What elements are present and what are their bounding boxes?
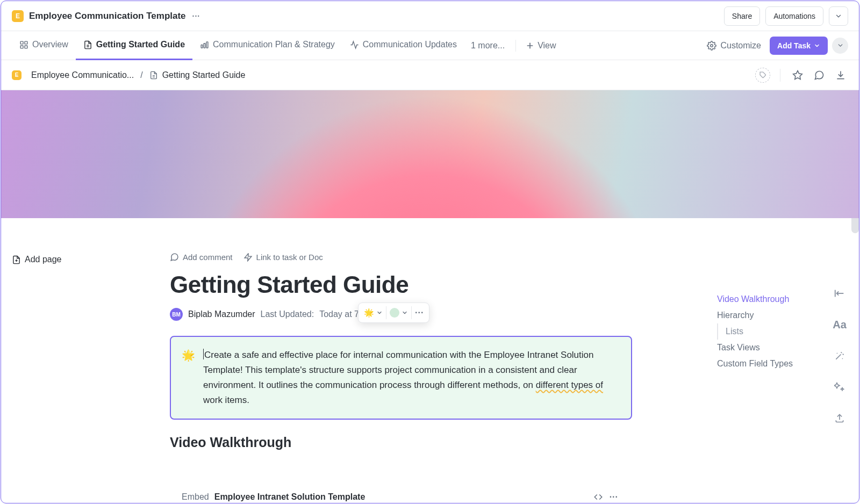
star-icon (792, 70, 803, 81)
svg-rect-3 (25, 45, 27, 48)
outline-item-custom-fields[interactable]: Custom Field Types (717, 356, 841, 372)
space-title[interactable]: Employee Communication Template (29, 11, 186, 21)
add-task-label: Add Task (777, 41, 811, 50)
block-toolbar: 🌟 ··· (358, 303, 429, 323)
space-icon: E (12, 10, 24, 22)
tab-comm-plan[interactable]: Communication Plan & Strategy (192, 31, 342, 60)
add-comment-button[interactable]: Add comment (170, 253, 233, 262)
svg-marker-15 (793, 70, 802, 79)
page-title[interactable]: Getting Started Guide (170, 271, 632, 298)
embed-title: Employee Intranet Solution Template (214, 492, 366, 502)
views-tabs: Overview Getting Started Guide Communica… (1, 31, 859, 60)
add-view-label: View (538, 41, 556, 51)
embed-label: Embed (182, 492, 209, 502)
svg-rect-6 (201, 45, 203, 48)
tab-label: Overview (32, 40, 68, 49)
chevron-down-icon (814, 42, 820, 49)
arrow-collapse-icon (834, 287, 845, 299)
space-icon: E (12, 70, 22, 80)
color-swatch-icon (390, 308, 399, 318)
customize-button[interactable]: Customize (703, 41, 765, 51)
outline-item-task-views[interactable]: Task Views (717, 340, 841, 356)
more-icon: ··· (415, 308, 424, 318)
tab-label: Communication Plan & Strategy (213, 40, 335, 49)
comment-icon (814, 70, 825, 81)
download-button[interactable] (833, 68, 848, 83)
add-comment-label: Add comment (183, 253, 233, 262)
svg-rect-2 (20, 45, 23, 48)
svg-rect-1 (25, 41, 27, 44)
favorite-button[interactable] (790, 68, 805, 83)
link-task-label: Link to task or Doc (256, 253, 323, 262)
space-more-icon[interactable]: ··· (192, 12, 200, 20)
breadcrumb: E Employee Communicatio... / Getting Sta… (1, 60, 859, 90)
callout-emoji[interactable]: 🌟 (182, 347, 195, 364)
divider (515, 40, 516, 52)
tag-icon (759, 71, 766, 78)
comment-icon (170, 253, 179, 262)
last-updated-prefix: Last Updated: (261, 309, 314, 319)
tab-overview[interactable]: Overview (12, 31, 76, 60)
automations-button[interactable]: Automations (765, 6, 823, 26)
ai-button[interactable] (832, 348, 847, 363)
embed-more-icon[interactable]: ··· (610, 492, 618, 502)
breadcrumb-current-label: Getting Started Guide (162, 70, 246, 80)
sparkle-icon: 🌟 (364, 308, 374, 318)
callout-text-end: work items. (203, 395, 249, 405)
embed-block[interactable]: Embed Employee Intranet Solution Templat… (170, 492, 632, 502)
customize-label: Customize (720, 41, 761, 51)
add-tag-button[interactable] (755, 68, 770, 83)
divider (780, 69, 780, 82)
tab-comm-updates[interactable]: Communication Updates (342, 31, 464, 60)
avatar[interactable]: BM (170, 308, 183, 321)
callout-text: Create a safe and effective place for in… (203, 350, 593, 390)
upload-icon (834, 413, 845, 423)
section-heading-video[interactable]: Video Walkthrough (170, 435, 632, 450)
author-name[interactable]: Biplab Mazumder (188, 309, 255, 319)
link-task-button[interactable]: Link to task or Doc (243, 253, 323, 262)
tabs-more[interactable]: 1 more... (464, 41, 511, 51)
header-chevron-button[interactable] (829, 6, 848, 26)
breadcrumb-current[interactable]: Getting Started Guide (149, 70, 246, 80)
chevron-down-icon (402, 309, 408, 316)
byline: BM Biplab Mazumder Last Updated: Today a… (170, 308, 632, 321)
expand-icon[interactable] (593, 492, 603, 502)
add-page-button[interactable]: Add page (12, 255, 62, 264)
wand-icon (834, 350, 845, 361)
collapse-outline-button[interactable] (832, 286, 847, 301)
doc-icon (149, 71, 158, 80)
block-emoji-picker[interactable]: 🌟 (361, 303, 386, 322)
breadcrumb-root[interactable]: E Employee Communicatio... (12, 70, 134, 80)
block-color-picker[interactable] (386, 303, 411, 322)
add-view-button[interactable]: View (520, 41, 561, 51)
add-task-button[interactable]: Add Task (770, 37, 828, 55)
block-more-button[interactable]: ··· (412, 303, 427, 322)
top-bar: E Employee Communication Template ··· Sh… (1, 1, 859, 31)
chart-icon (200, 40, 209, 49)
svg-rect-0 (20, 41, 23, 44)
task-options-button[interactable] (832, 38, 848, 54)
plus-icon (526, 41, 534, 50)
typography-button[interactable]: Aa (832, 317, 847, 332)
callout-block[interactable]: 🌟 Create a safe and effective place for … (170, 336, 632, 420)
outline-item-hierarchy[interactable]: Hierarchy (717, 307, 841, 323)
content-area: Add page Add comment Link to task or Doc… (1, 218, 859, 503)
export-button[interactable] (832, 411, 847, 426)
outline: Video Walkthrough Hierarchy Lists Task V… (717, 291, 841, 372)
add-page-label: Add page (25, 255, 62, 264)
tab-getting-started[interactable]: Getting Started Guide (76, 31, 192, 60)
breadcrumb-root-label: Employee Communicatio... (31, 70, 134, 80)
activity-icon (350, 40, 359, 49)
gear-icon (707, 41, 716, 51)
templates-button[interactable] (832, 379, 847, 394)
comments-button[interactable] (812, 68, 827, 83)
share-button[interactable]: Share (724, 6, 760, 26)
tool-strip: Aa (829, 286, 850, 426)
tab-label: Communication Updates (363, 40, 457, 49)
add-page-icon (12, 255, 21, 264)
grid-icon (19, 40, 28, 49)
text-cursor (203, 349, 204, 359)
outline-item-lists[interactable]: Lists (717, 323, 841, 340)
cover-image[interactable] (1, 90, 859, 218)
outline-item-video[interactable]: Video Walkthrough (717, 291, 841, 307)
